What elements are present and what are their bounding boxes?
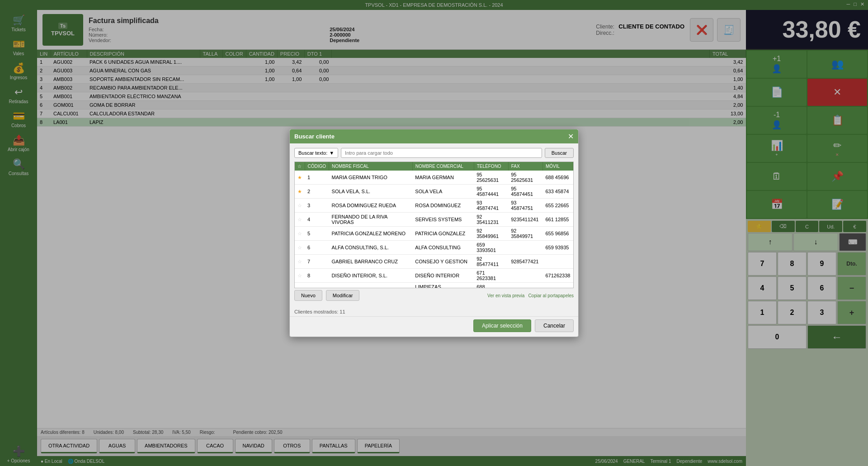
col-comercial: NOMBRE COMERCIAL — [412, 162, 474, 171]
fiscal-cell: ALFA CONSULTING, S.L. — [329, 241, 413, 255]
client-row[interactable]: ☆ 9 FRANCISCO MORAL MIRAS LIMPIEZAS FRAN… — [295, 283, 573, 289]
fax-cell: 95 25625631 — [508, 171, 542, 185]
cod-cell: 4 — [305, 213, 329, 227]
vista-previa-link[interactable]: Ver en vista previa — [487, 293, 524, 298]
tel-cell: 688 3594951 — [474, 283, 508, 289]
star-empty-icon: ☆ — [297, 273, 302, 278]
cod-cell: 3 — [305, 199, 329, 213]
client-table-wrapper[interactable]: ☆ CÓDIGO NOMBRE FISCAL NOMBRE COMERCIAL … — [294, 162, 574, 288]
fiscal-cell: FRANCISCO MORAL MIRAS — [329, 283, 413, 289]
comercial-cell: MARIA GERMAN — [412, 171, 474, 185]
client-search-input[interactable] — [341, 148, 542, 158]
comercial-cell: SOLA VELA — [412, 185, 474, 199]
client-row[interactable]: ★ 1 MARIA GERMAN TRIGO MARIA GERMAN 95 2… — [295, 171, 573, 185]
col-fiscal: NOMBRE FISCAL — [329, 162, 413, 171]
star-empty-icon: ☆ — [297, 245, 302, 250]
tel-cell: 93 45874741 — [474, 199, 508, 213]
star-cell: ☆ — [295, 227, 305, 241]
search-type-dropdown[interactable]: Buscar texto: ▼ — [294, 148, 338, 158]
dropdown-arrow-icon: ▼ — [329, 150, 334, 156]
tel-cell: 671 2623381 — [474, 269, 508, 283]
apply-selection-button[interactable]: Aplicar selección — [473, 319, 531, 332]
fiscal-cell: DISEÑO INTERIOR, S.L. — [329, 269, 413, 283]
fax-cell: 688 35949 — [508, 283, 542, 289]
cod-cell: 1 — [305, 171, 329, 185]
modal-body: Buscar texto: ▼ Buscar ☆ CÓDIGO NOMBRE F… — [290, 143, 578, 307]
fiscal-cell: GABRIEL BARRANCO CRUZ — [329, 255, 413, 269]
tel-cell: 95 25625631 — [474, 171, 508, 185]
tel-cell: 95 45874441 — [474, 185, 508, 199]
comercial-cell: DISEÑO INTERIOR — [412, 269, 474, 283]
search-row: Buscar texto: ▼ Buscar — [294, 148, 574, 158]
cod-cell: 7 — [305, 255, 329, 269]
client-tbody: ★ 1 MARIA GERMAN TRIGO MARIA GERMAN 95 2… — [295, 171, 573, 288]
client-row[interactable]: ☆ 3 ROSA DOMINGUEZ RUEDA ROSA DOMINGUEZ … — [295, 199, 573, 213]
fax-cell: 95 45874451 — [508, 185, 542, 199]
cod-cell: 2 — [305, 185, 329, 199]
star-empty-icon: ☆ — [297, 231, 302, 236]
client-row[interactable]: ★ 2 SOLA VELA, S.L. SOLA VELA 95 4587444… — [295, 185, 573, 199]
fax-cell — [508, 269, 542, 283]
copiar-link[interactable]: Copiar al portapapeles — [528, 293, 574, 298]
client-row[interactable]: ☆ 8 DISEÑO INTERIOR, S.L. DISEÑO INTERIO… — [295, 269, 573, 283]
movil-cell: 671262338 — [542, 269, 573, 283]
comercial-cell: LIMPIEZAS FRANCISCO — [412, 283, 474, 289]
col-codigo: CÓDIGO — [305, 162, 329, 171]
cod-cell: 5 — [305, 227, 329, 241]
fax-cell: 92 35849971 — [508, 227, 542, 241]
fax-cell: 93 45874751 — [508, 199, 542, 213]
star-cell: ☆ — [295, 283, 305, 289]
cancel-modal-button[interactable]: Cancelar — [535, 319, 574, 332]
modal-close-button[interactable]: ✕ — [568, 132, 574, 141]
col-fav: ☆ — [295, 162, 305, 171]
star-cell: ☆ — [295, 199, 305, 213]
cod-cell: 8 — [305, 269, 329, 283]
star-cell: ☆ — [295, 241, 305, 255]
search-type-label: Buscar texto: — [298, 150, 327, 156]
fiscal-cell: PATRICIA GONZALEZ MORENO — [329, 227, 413, 241]
modify-client-button[interactable]: Modificar — [326, 290, 360, 301]
star-cell: ★ — [295, 185, 305, 199]
new-client-button[interactable]: Nuevo — [294, 290, 322, 301]
tel-cell: 92 35411231 — [474, 213, 508, 227]
fiscal-cell: MARIA GERMAN TRIGO — [329, 171, 413, 185]
star-cell: ★ — [295, 171, 305, 185]
movil-cell: 659 93935 — [542, 241, 573, 255]
movil-cell: 688 45696 — [542, 171, 573, 185]
movil-cell — [542, 255, 573, 269]
comercial-cell: CONSEJO Y GESTION — [412, 255, 474, 269]
tel-cell: 92 35849961 — [474, 227, 508, 241]
movil-cell: 655 22665 — [542, 199, 573, 213]
col-tel: TELÉFONO — [474, 162, 508, 171]
fiscal-cell: FERNANDO DE LA RIVA VIVORAS — [329, 213, 413, 227]
client-row[interactable]: ☆ 5 PATRICIA GONZALEZ MORENO PATRICIA GO… — [295, 227, 573, 241]
star-cell: ☆ — [295, 255, 305, 269]
modal-header: Buscar cliente ✕ — [290, 129, 578, 143]
star-empty-icon: ☆ — [297, 217, 302, 222]
client-table: ☆ CÓDIGO NOMBRE FISCAL NOMBRE COMERCIAL … — [295, 162, 573, 288]
client-row[interactable]: ☆ 4 FERNANDO DE LA RIVA VIVORAS SERVEIS … — [295, 213, 573, 227]
tel-cell: 659 3393501 — [474, 241, 508, 255]
view-links: Ver en vista previa Copiar al portapapel… — [487, 293, 574, 298]
modal-title: Buscar cliente — [294, 133, 335, 140]
clients-count: Clientes mostrados: 11 — [290, 307, 578, 316]
search-button[interactable]: Buscar — [545, 148, 574, 158]
fiscal-cell: ROSA DOMINGUEZ RUEDA — [329, 199, 413, 213]
client-row[interactable]: ☆ 7 GABRIEL BARRANCO CRUZ CONSEJO Y GEST… — [295, 255, 573, 269]
star-empty-icon: ☆ — [297, 259, 302, 264]
movil-cell — [542, 283, 573, 289]
client-row[interactable]: ☆ 6 ALFA CONSULTING, S.L. ALFA CONSULTIN… — [295, 241, 573, 255]
fax-cell — [508, 241, 542, 255]
cod-cell: 6 — [305, 241, 329, 255]
movil-cell: 633 45874 — [542, 185, 573, 199]
comercial-cell: ROSA DOMINGUEZ — [412, 199, 474, 213]
star-filled-icon: ★ — [297, 175, 302, 180]
star-cell: ☆ — [295, 269, 305, 283]
col-fax: FAX — [508, 162, 542, 171]
modal-actions: Nuevo Modificar — [294, 290, 359, 301]
comercial-cell: ALFA CONSULTING — [412, 241, 474, 255]
star-cell: ☆ — [295, 213, 305, 227]
star-empty-icon: ☆ — [297, 203, 302, 208]
buscar-cliente-modal: Buscar cliente ✕ Buscar texto: ▼ Buscar … — [289, 129, 579, 337]
cod-cell: 9 — [305, 283, 329, 289]
